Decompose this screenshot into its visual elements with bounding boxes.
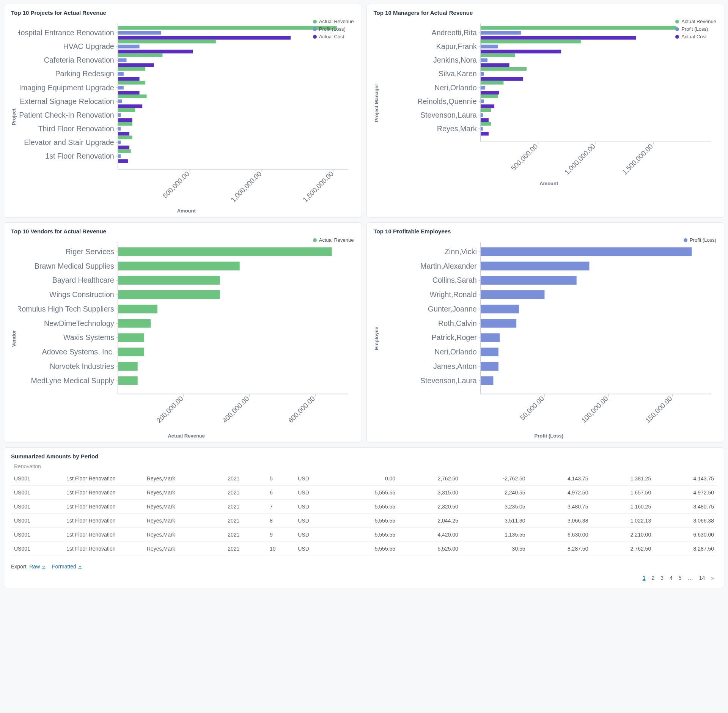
chart-card-projects: Top 10 Projects for Actual Revenue Actua… <box>4 4 362 218</box>
svg-text:400,000.00: 400,000.00 <box>221 395 251 424</box>
svg-text:Reyes,Mark: Reyes,Mark <box>437 124 476 133</box>
svg-text:James,Anton: James,Anton <box>433 362 476 370</box>
svg-rect-86 <box>480 81 503 85</box>
svg-text:Wright,Ronald: Wright,Ronald <box>429 290 476 299</box>
svg-rect-77 <box>480 40 580 44</box>
chart-legend: Actual RevenueProfit (Loss)Actual Cost <box>313 18 354 41</box>
svg-rect-135 <box>118 376 138 385</box>
export-raw-link[interactable]: Raw <box>29 563 47 570</box>
x-axis-label: Amount <box>18 208 355 214</box>
svg-rect-87 <box>480 86 485 90</box>
svg-text:Patrick,Roger: Patrick,Roger <box>431 334 477 342</box>
summary-table-card: Summarized Amounts by Period Renovation … <box>4 447 724 588</box>
chart-title: Top 10 Vendors for Actual Revenue <box>11 228 355 235</box>
page-5[interactable]: 5 <box>676 573 685 582</box>
svg-text:Romulus High Tech Suppliers: Romulus High Tech Suppliers <box>18 305 114 313</box>
svg-text:HVAC Upgrade: HVAC Upgrade <box>63 42 114 50</box>
svg-text:Collins,Sarah: Collins,Sarah <box>432 276 476 285</box>
svg-text:1,500,000.00: 1,500,000.00 <box>621 143 654 176</box>
svg-rect-83 <box>480 67 526 71</box>
svg-text:External Signage Relocation: External Signage Relocation <box>20 97 114 105</box>
svg-rect-82 <box>480 63 509 67</box>
chart-svg: Zinn,VickiMartin,AlexanderCollins,SarahW… <box>381 238 717 430</box>
svg-text:Patient Check-In Renovation: Patient Check-In Renovation <box>19 111 114 119</box>
svg-rect-43 <box>118 132 129 135</box>
svg-text:500,000.00: 500,000.00 <box>509 143 539 172</box>
svg-text:500,000.00: 500,000.00 <box>161 170 191 200</box>
svg-text:MedLyne Medical Supply: MedLyne Medical Supply <box>31 376 114 385</box>
svg-text:50,000.00: 50,000.00 <box>519 395 546 422</box>
svg-rect-76 <box>480 36 636 40</box>
svg-rect-40 <box>118 118 132 122</box>
svg-rect-28 <box>118 63 154 67</box>
svg-text:NewDimeTechnology: NewDimeTechnology <box>44 319 114 327</box>
svg-rect-48 <box>118 154 121 158</box>
svg-rect-47 <box>118 149 131 153</box>
svg-rect-95 <box>480 122 491 126</box>
svg-rect-90 <box>480 99 484 103</box>
page-4[interactable]: 4 <box>667 573 676 582</box>
svg-rect-164 <box>480 247 692 256</box>
svg-rect-22 <box>118 36 291 40</box>
svg-rect-166 <box>480 276 576 285</box>
svg-rect-97 <box>480 132 488 135</box>
svg-rect-32 <box>118 81 145 85</box>
svg-rect-27 <box>118 58 127 62</box>
svg-text:Wings Construction: Wings Construction <box>49 290 114 299</box>
page-14[interactable]: 14 <box>696 573 708 582</box>
svg-rect-131 <box>118 319 151 328</box>
svg-rect-169 <box>480 319 516 328</box>
svg-text:Gunter,Joanne: Gunter,Joanne <box>428 305 476 313</box>
svg-rect-126 <box>118 247 332 256</box>
svg-text:Adovee Systems, Inc.: Adovee Systems, Inc. <box>42 348 114 356</box>
svg-rect-80 <box>480 54 515 57</box>
svg-rect-129 <box>118 290 220 299</box>
table-row: US001 1st Floor Renovation Reyes,Mark 20… <box>11 541 717 556</box>
y-axis-label: Employee <box>374 327 379 350</box>
svg-rect-39 <box>118 113 121 117</box>
svg-text:150,000.00: 150,000.00 <box>644 395 673 424</box>
chart-card-employees: Top 10 Profitable Employees Profit (Loss… <box>366 222 725 443</box>
partial-row: Renovation <box>11 463 717 472</box>
svg-rect-20 <box>118 26 337 30</box>
svg-rect-74 <box>480 26 676 30</box>
svg-text:200,000.00: 200,000.00 <box>155 395 185 424</box>
svg-rect-132 <box>118 334 144 342</box>
svg-rect-168 <box>480 305 519 313</box>
svg-rect-128 <box>118 276 220 285</box>
svg-rect-49 <box>118 159 128 163</box>
export-formatted-link[interactable]: Formatted <box>52 563 82 570</box>
chart-svg: Riger ServicesBrawn Medical SuppliesBaya… <box>18 238 355 430</box>
svg-rect-171 <box>480 348 498 356</box>
svg-rect-33 <box>118 86 124 90</box>
svg-rect-91 <box>480 104 494 108</box>
download-icon <box>41 564 46 569</box>
svg-text:Riger Services: Riger Services <box>66 247 114 256</box>
y-axis-label: Project Manager <box>374 84 379 122</box>
svg-text:Stevenson,Laura: Stevenson,Laura <box>420 111 476 119</box>
page-1[interactable]: 1 <box>640 573 649 582</box>
svg-text:Cafeteria Renovation: Cafeteria Renovation <box>44 56 114 64</box>
page-3[interactable]: 3 <box>657 573 667 582</box>
table-row: US001 1st Floor Renovation Reyes,Mark 20… <box>11 499 717 513</box>
svg-text:Jenkins,Nora: Jenkins,Nora <box>433 56 476 64</box>
svg-rect-31 <box>118 77 140 81</box>
svg-text:Hospital Entrance Renovation: Hospital Entrance Renovation <box>18 28 114 37</box>
page-2[interactable]: 2 <box>648 573 657 582</box>
svg-text:Neri,Orlando: Neri,Orlando <box>434 348 477 356</box>
svg-text:Neri,Orlando: Neri,Orlando <box>434 83 477 92</box>
svg-rect-134 <box>118 362 138 371</box>
svg-rect-93 <box>480 113 483 117</box>
chart-title: Top 10 Profitable Employees <box>374 228 717 235</box>
chart-title: Top 10 Projects for Actual Revenue <box>11 9 355 16</box>
svg-text:Zinn,Vicki: Zinn,Vicki <box>444 247 476 256</box>
svg-rect-165 <box>480 262 589 271</box>
page-next[interactable]: » <box>708 573 717 582</box>
svg-rect-130 <box>118 305 157 313</box>
svg-text:Imaging Equipment Upgrade: Imaging Equipment Upgrade <box>19 83 114 92</box>
page-…[interactable]: … <box>685 573 696 582</box>
svg-rect-78 <box>480 45 498 49</box>
svg-text:600,000.00: 600,000.00 <box>287 395 316 424</box>
svg-rect-94 <box>480 118 488 122</box>
chart-legend: Actual Revenue <box>313 236 354 244</box>
